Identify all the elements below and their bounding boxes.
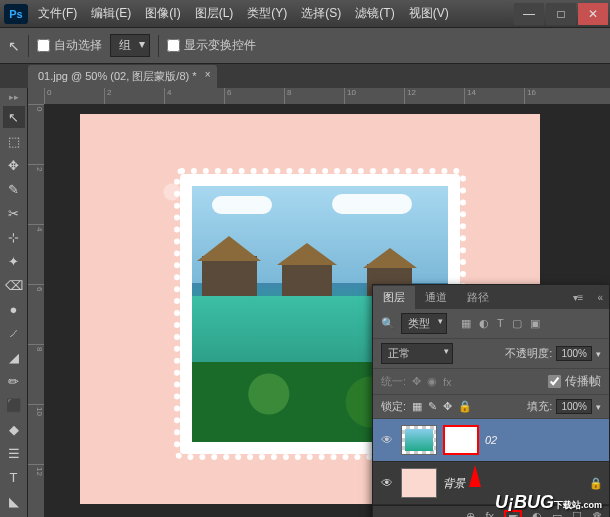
tool-move[interactable]: ↖ bbox=[3, 106, 25, 128]
lock-icon: 🔒 bbox=[589, 477, 603, 490]
filter-smart-icon[interactable]: ▣ bbox=[530, 317, 540, 330]
app-logo: Ps bbox=[4, 4, 28, 24]
layer-thumb[interactable] bbox=[401, 468, 437, 498]
tab-layers[interactable]: 图层 bbox=[373, 286, 415, 309]
maximize-button[interactable]: □ bbox=[546, 3, 576, 25]
tool-pen[interactable]: ☰ bbox=[3, 442, 25, 464]
tool-wand[interactable]: ✎ bbox=[3, 178, 25, 200]
auto-select-target[interactable]: 组 bbox=[110, 34, 150, 57]
propagate-checkbox[interactable]: 传播帧 bbox=[548, 373, 601, 390]
tool-eyedropper[interactable]: ⊹ bbox=[3, 226, 25, 248]
visibility-toggle[interactable]: 👁 bbox=[379, 433, 395, 447]
show-transform-checkbox[interactable]: 显示变换控件 bbox=[167, 37, 256, 54]
panel-tabs: 图层 通道 路径 ▾≡ « bbox=[373, 285, 609, 309]
tool-dodge[interactable]: ◆ bbox=[3, 418, 25, 440]
lock-label: 锁定: bbox=[381, 399, 406, 414]
filter-adjustment-icon[interactable]: ◐ bbox=[479, 317, 489, 330]
move-tool-preset-icon[interactable]: ↖ bbox=[8, 38, 20, 54]
tool-gradient[interactable]: ✏ bbox=[3, 370, 25, 392]
ruler-horizontal: 0246810121416 bbox=[44, 88, 610, 104]
titlebar: Ps 文件(F) 编辑(E) 图像(I) 图层(L) 类型(Y) 选择(S) 滤… bbox=[0, 0, 610, 28]
layers-panel: 图层 通道 路径 ▾≡ « 🔍 类型 ▦ ◐ T ▢ ▣ 正常 不透明度: 10… bbox=[372, 284, 610, 517]
menu-image[interactable]: 图像(I) bbox=[139, 1, 186, 26]
opacity-label: 不透明度: bbox=[505, 346, 552, 361]
ruler-vertical: 024681012 bbox=[28, 104, 44, 517]
menu-layer[interactable]: 图层(L) bbox=[189, 1, 240, 26]
lock-all-icon[interactable]: 🔒 bbox=[458, 400, 472, 413]
toolbox-expand-icon[interactable]: ▸▸ bbox=[9, 92, 19, 102]
tool-lasso[interactable]: ✥ bbox=[3, 154, 25, 176]
lock-pixels-icon[interactable]: ✎ bbox=[428, 400, 437, 413]
tool-brush[interactable]: ⌫ bbox=[3, 274, 25, 296]
filter-type-icon[interactable]: T bbox=[497, 317, 504, 330]
tool-blur[interactable]: ⬛ bbox=[3, 394, 25, 416]
annotation-arrow bbox=[469, 465, 481, 487]
search-icon: 🔍 bbox=[381, 317, 395, 330]
menu-file[interactable]: 文件(F) bbox=[32, 1, 83, 26]
minimize-button[interactable]: — bbox=[514, 3, 544, 25]
unify-label: 统一: bbox=[381, 374, 406, 389]
tool-stamp[interactable]: ● bbox=[3, 298, 25, 320]
unify-visibility-icon[interactable]: ◉ bbox=[427, 375, 437, 388]
opacity-flyout-icon[interactable]: ▾ bbox=[596, 349, 601, 359]
opacity-value[interactable]: 100% bbox=[556, 346, 592, 361]
document-tab[interactable]: 01.jpg @ 50% (02, 图层蒙版/8) * × bbox=[28, 65, 217, 88]
menu-filter[interactable]: 滤镜(T) bbox=[349, 1, 400, 26]
lock-position-icon[interactable]: ✥ bbox=[443, 400, 452, 413]
fill-flyout-icon[interactable]: ▾ bbox=[596, 402, 601, 412]
document-tab-label: 01.jpg @ 50% (02, 图层蒙版/8) * bbox=[38, 70, 197, 82]
unify-position-icon[interactable]: ✥ bbox=[412, 375, 421, 388]
tool-crop[interactable]: ✂ bbox=[3, 202, 25, 224]
propagate-label: 传播帧 bbox=[565, 373, 601, 390]
menu-type[interactable]: 类型(Y) bbox=[241, 1, 293, 26]
tool-path[interactable]: ◣ bbox=[3, 490, 25, 512]
close-tab-icon[interactable]: × bbox=[205, 69, 211, 80]
blend-mode-select[interactable]: 正常 bbox=[381, 343, 453, 364]
panel-collapse-icon[interactable]: « bbox=[591, 292, 609, 303]
close-button[interactable]: ✕ bbox=[578, 3, 608, 25]
fill-value[interactable]: 100% bbox=[556, 399, 592, 414]
show-transform-label: 显示变换控件 bbox=[184, 37, 256, 54]
tab-paths[interactable]: 路径 bbox=[457, 286, 499, 309]
auto-select-label: 自动选择 bbox=[54, 37, 102, 54]
layer-name[interactable]: 02 bbox=[485, 434, 497, 446]
tab-channels[interactable]: 通道 bbox=[415, 286, 457, 309]
tool-type[interactable]: T bbox=[3, 466, 25, 488]
layer-mask-thumb[interactable] bbox=[443, 425, 479, 455]
menu-edit[interactable]: 编辑(E) bbox=[85, 1, 137, 26]
panel-menu-icon[interactable]: ▾≡ bbox=[565, 292, 592, 303]
menu-select[interactable]: 选择(S) bbox=[295, 1, 347, 26]
tool-eraser[interactable]: ◢ bbox=[3, 346, 25, 368]
options-bar: ↖ 自动选择 组 显示变换控件 bbox=[0, 28, 610, 64]
filter-kind-select[interactable]: 类型 bbox=[401, 313, 447, 334]
filter-shape-icon[interactable]: ▢ bbox=[512, 317, 522, 330]
layer-style-icon[interactable]: fx bbox=[485, 510, 494, 517]
fill-label: 填充: bbox=[527, 399, 552, 414]
watermark: U¡BUG下载站.com bbox=[495, 492, 602, 513]
layer-row[interactable]: 👁 02 bbox=[373, 419, 609, 462]
tool-marquee[interactable]: ⬚ bbox=[3, 130, 25, 152]
tool-heal[interactable]: ✦ bbox=[3, 250, 25, 272]
filter-pixel-icon[interactable]: ▦ bbox=[461, 317, 471, 330]
tool-history-brush[interactable]: ⟋ bbox=[3, 322, 25, 344]
menubar: 文件(F) 编辑(E) 图像(I) 图层(L) 类型(Y) 选择(S) 滤镜(T… bbox=[32, 1, 455, 26]
window-controls: — □ ✕ bbox=[512, 3, 610, 25]
unify-style-icon[interactable]: fx bbox=[443, 376, 452, 388]
menu-view[interactable]: 视图(V) bbox=[403, 1, 455, 26]
ruler-corner bbox=[28, 88, 44, 104]
layer-thumb[interactable] bbox=[401, 425, 437, 455]
auto-select-checkbox[interactable]: 自动选择 bbox=[37, 37, 102, 54]
layer-name[interactable]: 背景 bbox=[443, 476, 465, 491]
document-tab-bar: 01.jpg @ 50% (02, 图层蒙版/8) * × bbox=[0, 64, 610, 88]
visibility-toggle[interactable]: 👁 bbox=[379, 476, 395, 490]
lock-transparency-icon[interactable]: ▦ bbox=[412, 400, 422, 413]
link-layers-icon[interactable]: ⊕ bbox=[466, 510, 475, 517]
toolbox: ▸▸ ↖ ⬚ ✥ ✎ ✂ ⊹ ✦ ⌫ ● ⟋ ◢ ✏ ⬛ ◆ ☰ T ◣ bbox=[0, 88, 28, 517]
